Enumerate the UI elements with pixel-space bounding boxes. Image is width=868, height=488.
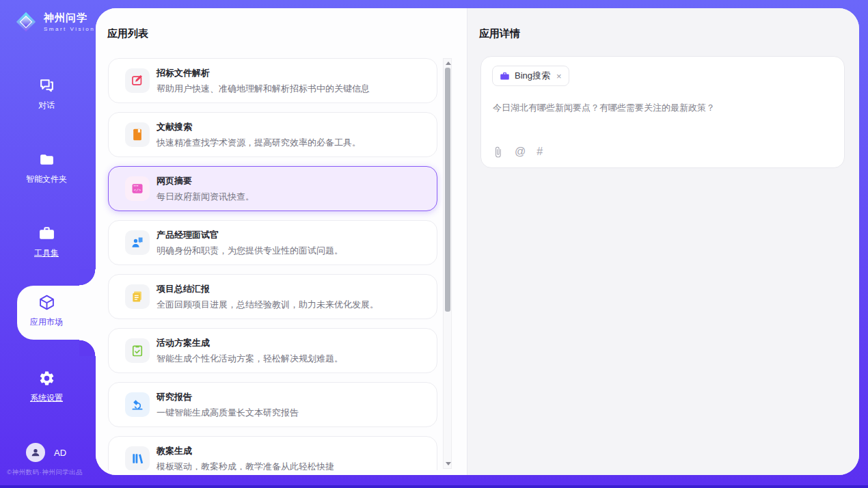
scroll-up-icon[interactable] [446, 62, 451, 65]
app-detail-panel: 应用详情 Bing搜索 × 今日湖北有哪些新闻要点？有哪些需要关注的最新政策？ … [467, 8, 859, 475]
app-list-panel: 应用列表 招标文件解析 帮助用户快速、准确地理解和解析招标书中的关键信息 [96, 8, 467, 475]
app-card-desc: 帮助用户快速、准确地理解和解析招标书中的关键信息 [157, 83, 370, 95]
app-card-desc: 明确身份和职责，为您提供专业性的面试问题。 [157, 245, 343, 257]
folder-icon [38, 150, 56, 169]
avatar-person-icon [30, 447, 41, 458]
briefcase-icon [500, 71, 510, 81]
mention-icon[interactable]: @ [515, 146, 526, 158]
scrollbar-thumb[interactable] [445, 68, 450, 312]
sidebar-item-label: 对话 [38, 100, 55, 111]
paperclip-icon[interactable] [492, 146, 504, 158]
app-detail-title: 应用详情 [479, 27, 520, 40]
app-card-pm-interviewer[interactable]: 产品经理面试官 明确身份和职责，为您提供专业性的面试问题。 [108, 220, 437, 265]
bubble-notch-bottom [79, 340, 96, 356]
app-card-desc: 每日政府新闻资讯快查。 [157, 191, 254, 203]
scroll-down-icon[interactable] [446, 462, 451, 465]
gear-icon [38, 369, 56, 388]
brand-logo: 神州问学 Smart Vision [14, 10, 95, 34]
app-card-bid-parsing[interactable]: 招标文件解析 帮助用户快速、准确地理解和解析招标书中的关键信息 [108, 58, 437, 103]
app-card-title: 教案生成 [157, 445, 334, 457]
report-doc-icon [125, 284, 150, 309]
app-card-desc: 模板驱动，教案秒成，教学准备从此轻松快捷 [157, 461, 334, 471]
app-card-title: 网页摘要 [157, 175, 254, 187]
app-card-title: 项目总结汇报 [157, 283, 379, 295]
sidebar-item-label: 系统设置 [30, 392, 63, 404]
app-card-desc: 智能生成个性化活动方案，轻松解决规划难题。 [157, 353, 343, 365]
app-list-scroll-area[interactable]: 招标文件解析 帮助用户快速、准确地理解和解析招标书中的关键信息 文 [96, 55, 467, 470]
cube-icon [38, 293, 56, 312]
list-scrollbar[interactable] [443, 58, 452, 469]
diamond-logo-icon [14, 10, 38, 34]
app-card-title: 活动方案生成 [157, 337, 343, 349]
user-name: AD [54, 448, 66, 458]
content-area: 应用列表 招标文件解析 帮助用户快速、准确地理解和解析招标书中的关键信息 [96, 8, 859, 475]
svg-text:</>: </> [134, 188, 141, 193]
app-card-literature-search[interactable]: 文献搜索 快速精准查找学术资源，提高研究效率的必备工具。 [108, 112, 437, 157]
app-card-desc: 全面回顾项目进展，总结经验教训，助力未来优化发展。 [157, 299, 379, 311]
toolbox-icon [38, 224, 56, 243]
book-icon [125, 122, 150, 147]
app-card-lesson-plan[interactable]: 教案生成 模板驱动，教案秒成，教学准备从此轻松快捷 [108, 436, 437, 470]
brand-subtitle: Smart Vision [44, 26, 95, 32]
brand-name: 神州问学 [44, 12, 95, 25]
prompt-card: Bing搜索 × 今日湖北有哪些新闻要点？有哪些需要关注的最新政策？ @ # [480, 56, 845, 168]
interviewer-icon [125, 230, 150, 255]
app-window: 神州问学 Smart Vision 对话 智能文件夹 工具集 [0, 0, 868, 488]
bid-edit-icon [125, 68, 150, 93]
user-account[interactable]: AD [26, 443, 66, 462]
research-icon [125, 392, 150, 417]
books-icon [125, 446, 150, 470]
tool-chip-label: Bing搜索 [515, 70, 550, 82]
app-card-research-report[interactable]: 研究报告 一键智能生成高质量长文本研究报告 [108, 382, 437, 427]
web-code-icon: </> [125, 176, 150, 201]
app-card-event-plan[interactable]: 活动方案生成 智能生成个性化活动方案，轻松解决规划难题。 [108, 328, 437, 373]
app-card-title: 招标文件解析 [157, 67, 370, 79]
plan-check-icon [125, 338, 150, 363]
bubble-notch-top [79, 269, 96, 286]
app-card-project-summary[interactable]: 项目总结汇报 全面回顾项目进展，总结经验教训，助力未来优化发展。 [108, 274, 437, 319]
app-card-desc: 一键智能生成高质量长文本研究报告 [157, 407, 299, 419]
sidebar-item-label: 工具集 [34, 247, 59, 259]
sidebar-item-label: 应用市场 [30, 316, 63, 328]
copyright-footer: ©神州数码·神州问学出品 [7, 468, 83, 477]
app-card-title: 产品经理面试官 [157, 229, 343, 241]
sidebar-item-smart-folder[interactable]: 智能文件夹 [0, 150, 93, 185]
app-list-title: 应用列表 [107, 27, 148, 40]
app-card-title: 文献搜索 [157, 121, 361, 133]
query-text[interactable]: 今日湖北有哪些新闻要点？有哪些需要关注的最新政策？ [493, 102, 828, 114]
close-icon[interactable]: × [556, 71, 562, 81]
tool-chip-bing-search[interactable]: Bing搜索 × [492, 66, 569, 86]
window-bottom-edge [0, 485, 868, 488]
sidebar-item-settings[interactable]: 系统设置 [0, 369, 93, 404]
sidebar-item-chat[interactable]: 对话 [0, 77, 93, 111]
sidebar-item-label: 智能文件夹 [26, 174, 67, 185]
hash-icon[interactable]: # [537, 146, 543, 158]
avatar [26, 443, 45, 462]
input-toolbar: @ # [492, 146, 543, 158]
sidebar-item-app-market[interactable]: 应用市场 [0, 293, 93, 328]
app-card-desc: 快速精准查找学术资源，提高研究效率的必备工具。 [157, 137, 361, 149]
app-card-web-summary[interactable]: </> 网页摘要 每日政府新闻资讯快查。 [108, 166, 437, 211]
sidebar-item-toolset[interactable]: 工具集 [0, 224, 93, 259]
app-card-title: 研究报告 [157, 391, 299, 403]
chat-icon [38, 77, 56, 95]
